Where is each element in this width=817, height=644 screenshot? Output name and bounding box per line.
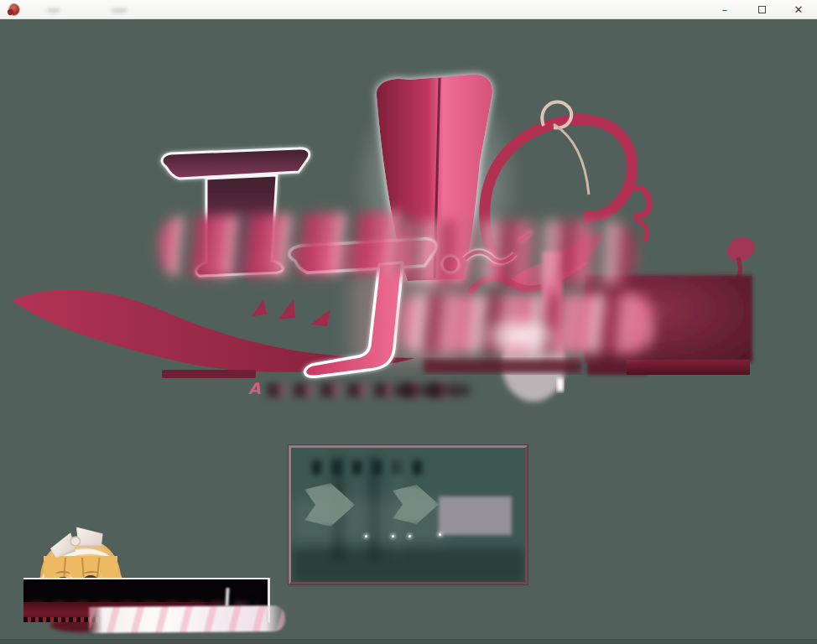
logo-highlight: [476, 314, 564, 356]
window-title-redacted: [47, 8, 60, 13]
window-controls: – ✕: [706, 0, 817, 19]
close-button[interactable]: ✕: [780, 0, 817, 19]
maximize-icon: [758, 6, 766, 13]
maximize-button[interactable]: [743, 0, 780, 19]
logo-subtitle-redacted-2: [393, 385, 470, 396]
logo-title-text-redacted-2: [394, 221, 636, 286]
sparkle-icon-2: [392, 535, 394, 538]
minimize-icon: –: [722, 4, 728, 15]
menu-option-redacted[interactable]: [439, 496, 512, 535]
character-brow-left: [55, 571, 70, 577]
close-icon: ✕: [794, 4, 804, 15]
titlebar[interactable]: – ✕: [0, 0, 817, 19]
bow-petal-right: [76, 527, 103, 548]
white-ribbon: [89, 605, 285, 633]
logo-subtitle-initial: A: [248, 379, 261, 397]
game-screen: A: [0, 19, 817, 644]
sparkle-icon-3: [408, 535, 411, 538]
logo-title-text-redacted: [159, 211, 419, 278]
window-title-redacted-2: [112, 8, 127, 13]
minimize-button[interactable]: –: [706, 0, 743, 19]
sparkle-icon: [365, 535, 367, 538]
menu-lower-shade: [291, 548, 525, 584]
main-menu-panel[interactable]: [289, 445, 528, 584]
game-window: – ✕: [0, 0, 817, 644]
app-icon[interactable]: [8, 3, 21, 17]
sparkle-icon-4: [439, 533, 441, 536]
